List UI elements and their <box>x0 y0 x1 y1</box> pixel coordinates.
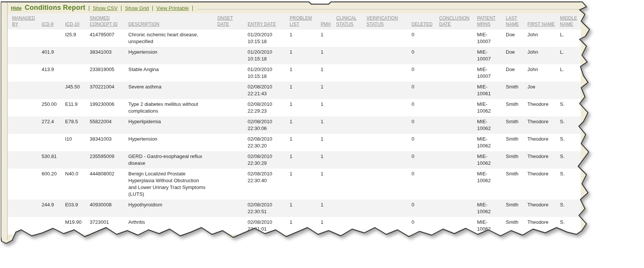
toolbar-horizontal-rule <box>197 9 586 9</box>
column-header-icd10[interactable]: ICD-10 <box>65 13 90 29</box>
cell-managed-by <box>8 47 42 64</box>
cell-snomed-concept-id: 38341003 <box>90 134 128 151</box>
cell-clinical-status <box>336 64 366 82</box>
cell-first-name: Theodore <box>527 169 560 200</box>
cell-verification-status <box>366 116 412 134</box>
table-row: 413.9233819005Stable Angina01/20/2010 10… <box>8 64 581 82</box>
cell-icd10 <box>65 64 90 82</box>
table-row: 244.9E03.940930008Hypothyroidism02/08/20… <box>8 200 581 217</box>
cell-middle-name: S. <box>560 169 581 200</box>
cell-description: Type 2 diabetes mellitus without complic… <box>128 99 217 116</box>
cell-problem-list: 1 <box>290 134 321 151</box>
table-row: J45.50370221004Severe asthma02/08/2010 2… <box>8 82 581 99</box>
cell-snomed-concept-id: 55822004 <box>90 116 128 134</box>
cell-icd9: 401.9 <box>42 47 65 64</box>
view-printable-link[interactable]: View Printable <box>156 5 189 11</box>
table-row: 600.20N40.0444808002Benign Localized Pro… <box>8 169 581 200</box>
column-header-managed-by[interactable]: MANAGED BY <box>8 13 42 29</box>
cell-verification-status <box>366 151 412 169</box>
cell-deleted: 0 <box>412 99 439 116</box>
cell-icd10 <box>65 151 90 169</box>
cell-deleted: 0 <box>412 47 439 64</box>
cell-pmh: 1 <box>321 169 336 200</box>
page-title: Conditions Report <box>25 4 85 12</box>
cell-onset-date <box>217 217 248 234</box>
column-header-icd9[interactable]: ICD-9 <box>42 13 65 29</box>
column-header-last-name[interactable]: LAST NAME <box>506 13 527 29</box>
cell-clinical-status <box>336 82 366 99</box>
cell-description: Severe asthma <box>128 82 217 99</box>
cell-conclusion-date <box>439 82 477 99</box>
cell-onset-date <box>217 64 248 82</box>
cell-icd9: 272.4 <box>42 116 65 134</box>
column-header-middle-name[interactable]: MIDDLE NAME <box>560 13 581 29</box>
cell-icd9: 244.9 <box>42 200 65 217</box>
cell-onset-date <box>217 99 248 116</box>
cell-last-name: Doe <box>506 29 527 47</box>
cell-description: Benign Localized Prostate Hyperplasia Wi… <box>128 169 217 200</box>
cell-entry-date: 02/08/2010 22:30:20 <box>248 134 290 151</box>
cell-icd10: E11.9 <box>65 99 90 116</box>
cell-entry-date: 02/08/2010 22:21:43 <box>248 82 290 99</box>
cell-entry-date: 02/08/2010 22:31:01 <box>248 217 290 234</box>
show-grid-link[interactable]: Show Grid <box>125 5 149 11</box>
cell-conclusion-date <box>439 200 477 217</box>
cell-first-name: John <box>527 29 560 47</box>
column-header-verification-status[interactable]: VERIFICATION STATUS <box>366 13 412 29</box>
cell-deleted: 0 <box>412 134 439 151</box>
table-row: I1038341003Hypertension02/08/2010 22:30:… <box>8 134 581 151</box>
cell-description: Arthritis <box>128 217 217 234</box>
cell-entry-date: 02/08/2010 22:29:23 <box>248 99 290 116</box>
cell-clinical-status <box>336 217 366 234</box>
cell-deleted: 0 <box>412 29 439 47</box>
column-header-entry-date[interactable]: ENTRY DATE <box>248 13 290 29</box>
cell-snomed-concept-id: 3723001 <box>90 217 128 234</box>
column-header-conclusion-date[interactable]: CONCLUSION DATE <box>439 13 477 29</box>
column-header-patient-mrns[interactable]: PATIENT MRNS <box>477 13 506 29</box>
cell-clinical-status <box>336 47 366 64</box>
cell-deleted: 0 <box>412 151 439 169</box>
column-header-pmh[interactable]: PMH <box>321 13 336 29</box>
cell-problem-list: 1 <box>290 116 321 134</box>
cell-first-name: John <box>527 47 560 64</box>
column-header-onset-date[interactable]: ONSET DATE <box>217 13 248 29</box>
cell-last-name: Doe <box>506 47 527 64</box>
column-header-snomed-concept-id[interactable]: SNOMED CONCEPT ID <box>90 13 128 29</box>
cell-snomed-concept-id: 414795007 <box>90 29 128 47</box>
cell-entry-date: 02/08/2010 22:30:51 <box>248 200 290 217</box>
cell-middle-name: S. <box>560 134 581 151</box>
show-csv-link[interactable]: Show CSV <box>93 5 117 11</box>
cell-verification-status <box>366 29 412 47</box>
cell-icd9: 250.00 <box>42 99 65 116</box>
column-header-deleted[interactable]: DELETED <box>412 13 439 29</box>
cell-icd10: I10 <box>65 134 90 151</box>
cell-pmh: 1 <box>321 29 336 47</box>
cell-icd9 <box>42 134 65 151</box>
table-row: 272.4E78.555822004Hyperlipidemia02/08/20… <box>8 116 581 134</box>
column-header-description[interactable]: DESCRIPTION <box>128 13 217 29</box>
cell-last-name: Smith <box>506 134 527 151</box>
cell-deleted: 0 <box>412 169 439 200</box>
cell-problem-list: 1 <box>290 29 321 47</box>
cell-verification-status <box>366 169 412 200</box>
cell-patient-mrns: MIE-10061 <box>477 82 506 99</box>
column-header-clinical-status[interactable]: CLINICAL STATUS <box>336 13 366 29</box>
cell-icd10: I25.9 <box>65 29 90 47</box>
cell-onset-date <box>217 116 248 134</box>
cell-pmh: 1 <box>321 99 336 116</box>
cell-first-name: John <box>527 64 560 82</box>
cell-last-name: Doe <box>506 64 527 82</box>
column-header-first-name[interactable]: FIRST NAME <box>527 13 560 29</box>
cell-clinical-status <box>336 29 366 47</box>
column-header-problem-list[interactable]: PROBLEM LIST <box>290 13 321 29</box>
cell-pmh: 1 <box>321 116 336 134</box>
cell-managed-by <box>8 99 42 116</box>
cell-clinical-status <box>336 151 366 169</box>
cell-snomed-concept-id: 199230006 <box>90 99 128 116</box>
hide-link[interactable]: Hide <box>11 5 22 11</box>
cell-icd9: 600.20 <box>42 169 65 200</box>
cell-middle-name: S. <box>560 99 581 116</box>
cell-managed-by <box>8 116 42 134</box>
cell-patient-mrns: MIE-10062 <box>477 169 506 200</box>
cell-middle-name: S. <box>560 217 581 234</box>
